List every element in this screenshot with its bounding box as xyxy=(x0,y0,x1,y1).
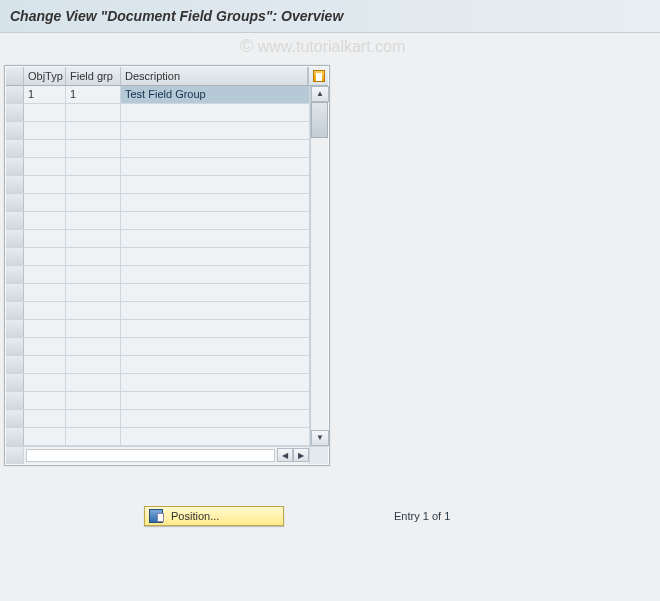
cell-objtyp[interactable] xyxy=(24,410,66,427)
cell-fieldgrp[interactable] xyxy=(66,410,121,427)
row-selector[interactable] xyxy=(6,338,24,355)
cell-objtyp[interactable] xyxy=(24,302,66,319)
table-row[interactable] xyxy=(6,194,310,212)
table-row[interactable] xyxy=(6,284,310,302)
cell-description[interactable] xyxy=(121,230,310,247)
cell-description[interactable] xyxy=(121,212,310,229)
cell-objtyp[interactable] xyxy=(24,140,66,157)
cell-fieldgrp[interactable] xyxy=(66,122,121,139)
scroll-up-button[interactable]: ▲ xyxy=(311,86,329,102)
row-selector[interactable] xyxy=(6,374,24,391)
table-row[interactable] xyxy=(6,320,310,338)
cell-objtyp[interactable] xyxy=(24,158,66,175)
table-row[interactable] xyxy=(6,104,310,122)
cell-objtyp[interactable]: 1 xyxy=(24,86,66,103)
row-selector[interactable] xyxy=(6,356,24,373)
table-row[interactable] xyxy=(6,122,310,140)
scroll-down-button[interactable]: ▼ xyxy=(311,430,329,446)
table-row[interactable] xyxy=(6,140,310,158)
row-selector[interactable] xyxy=(6,104,24,121)
cell-description[interactable] xyxy=(121,392,310,409)
cell-fieldgrp[interactable] xyxy=(66,302,121,319)
cell-description[interactable] xyxy=(121,374,310,391)
cell-description[interactable] xyxy=(121,122,310,139)
table-settings-button[interactable] xyxy=(308,67,328,85)
cell-objtyp[interactable] xyxy=(24,212,66,229)
cell-objtyp[interactable] xyxy=(24,392,66,409)
cell-fieldgrp[interactable] xyxy=(66,356,121,373)
cell-objtyp[interactable] xyxy=(24,356,66,373)
row-selector[interactable] xyxy=(6,410,24,427)
cell-objtyp[interactable] xyxy=(24,176,66,193)
table-row[interactable] xyxy=(6,230,310,248)
cell-description[interactable] xyxy=(121,176,310,193)
row-selector[interactable] xyxy=(6,320,24,337)
cell-fieldgrp[interactable] xyxy=(66,212,121,229)
table-row[interactable] xyxy=(6,266,310,284)
cell-fieldgrp[interactable] xyxy=(66,104,121,121)
cell-description[interactable] xyxy=(121,248,310,265)
cell-objtyp[interactable] xyxy=(24,266,66,283)
hscroll-track[interactable] xyxy=(26,449,275,462)
cell-description[interactable] xyxy=(121,266,310,283)
cell-description[interactable] xyxy=(121,302,310,319)
cell-objtyp[interactable] xyxy=(24,230,66,247)
cell-objtyp[interactable] xyxy=(24,248,66,265)
table-row[interactable] xyxy=(6,212,310,230)
row-selector[interactable] xyxy=(6,194,24,211)
cell-objtyp[interactable] xyxy=(24,284,66,301)
cell-fieldgrp[interactable] xyxy=(66,176,121,193)
table-row[interactable] xyxy=(6,302,310,320)
table-row[interactable]: 11Test Field Group xyxy=(6,86,310,104)
cell-description[interactable]: Test Field Group xyxy=(121,86,310,103)
cell-fieldgrp[interactable] xyxy=(66,266,121,283)
cell-fieldgrp[interactable]: 1 xyxy=(66,86,121,103)
cell-fieldgrp[interactable] xyxy=(66,140,121,157)
table-row[interactable] xyxy=(6,176,310,194)
cell-objtyp[interactable] xyxy=(24,320,66,337)
cell-description[interactable] xyxy=(121,428,310,445)
row-selector[interactable] xyxy=(6,302,24,319)
vertical-scrollbar[interactable]: ▲ ▼ xyxy=(310,86,328,446)
row-selector[interactable] xyxy=(6,266,24,283)
column-header-fieldgrp[interactable]: Field grp xyxy=(66,67,121,85)
row-selector[interactable] xyxy=(6,140,24,157)
vscroll-thumb[interactable] xyxy=(311,102,328,138)
table-row[interactable] xyxy=(6,428,310,446)
cell-fieldgrp[interactable] xyxy=(66,392,121,409)
cell-fieldgrp[interactable] xyxy=(66,230,121,247)
column-header-description[interactable]: Description xyxy=(121,67,308,85)
cell-objtyp[interactable] xyxy=(24,428,66,445)
position-button[interactable]: Position... xyxy=(144,506,284,526)
row-selector[interactable] xyxy=(6,284,24,301)
cell-description[interactable] xyxy=(121,104,310,121)
scroll-left-button[interactable]: ◀ xyxy=(277,448,293,462)
row-selector[interactable] xyxy=(6,176,24,193)
cell-objtyp[interactable] xyxy=(24,194,66,211)
table-row[interactable] xyxy=(6,392,310,410)
cell-fieldgrp[interactable] xyxy=(66,428,121,445)
row-selector[interactable] xyxy=(6,212,24,229)
row-selector[interactable] xyxy=(6,428,24,445)
column-header-objtyp[interactable]: ObjTyp xyxy=(24,67,66,85)
cell-fieldgrp[interactable] xyxy=(66,374,121,391)
table-row[interactable] xyxy=(6,374,310,392)
cell-description[interactable] xyxy=(121,140,310,157)
cell-fieldgrp[interactable] xyxy=(66,320,121,337)
row-selector[interactable] xyxy=(6,122,24,139)
vscroll-track[interactable] xyxy=(311,102,328,430)
cell-objtyp[interactable] xyxy=(24,374,66,391)
cell-description[interactable] xyxy=(121,284,310,301)
table-row[interactable] xyxy=(6,248,310,266)
cell-fieldgrp[interactable] xyxy=(66,248,121,265)
cell-fieldgrp[interactable] xyxy=(66,158,121,175)
cell-description[interactable] xyxy=(121,158,310,175)
cell-description[interactable] xyxy=(121,320,310,337)
select-all-handle[interactable] xyxy=(6,67,24,85)
row-selector[interactable] xyxy=(6,248,24,265)
row-selector[interactable] xyxy=(6,158,24,175)
cell-description[interactable] xyxy=(121,194,310,211)
table-row[interactable] xyxy=(6,338,310,356)
table-row[interactable] xyxy=(6,410,310,428)
cell-description[interactable] xyxy=(121,338,310,355)
